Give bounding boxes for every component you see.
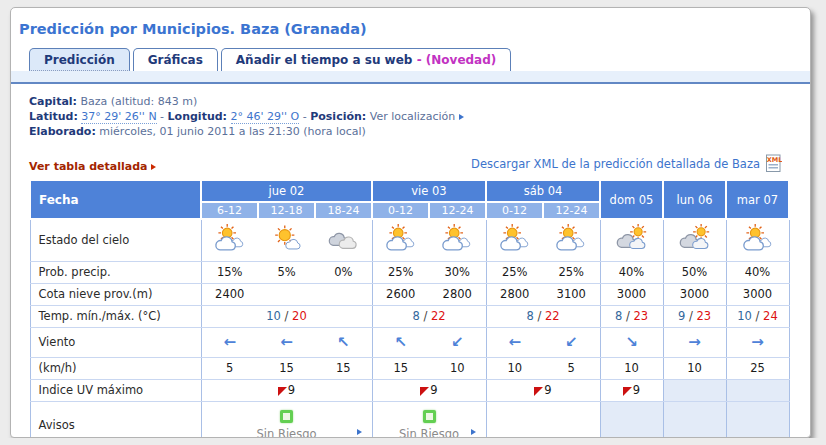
uv-cell: 9: [201, 379, 372, 401]
descargar-xml-link[interactable]: Descargar XML de la predicción detallada…: [471, 154, 782, 173]
fecha-header: Fecha: [30, 180, 201, 219]
aviso-cell: [726, 401, 789, 438]
coords-line: Latitud: 37° 29' 26'' N - Longitud: 2° 4…: [29, 109, 810, 124]
play-arrow-icon: [151, 164, 156, 170]
cota-cell: 2600: [372, 283, 429, 305]
day-header-dom-05: dom 05: [600, 180, 663, 219]
cota-cell: 3100: [543, 283, 600, 305]
cota-nieve-row: Cota nieve prov.(m)240026002800280031003…: [30, 283, 789, 305]
aviso-cell: [486, 401, 600, 438]
weather-icon-gray-clouds: [326, 224, 360, 253]
avisos-row-label: Avisos: [30, 401, 201, 438]
tab-anadir-tiempo-web[interactable]: Añadir el tiempo a su web - (Novedad): [221, 48, 511, 71]
sky-cell: [201, 219, 258, 261]
cota-cell: 3000: [726, 283, 789, 305]
day-header-jue-02: jue 02: [201, 180, 372, 202]
sky-cell: [726, 219, 789, 261]
weather-icon-sun-clouds: [741, 224, 775, 253]
wind-direction-arrow-icon: ↙: [451, 333, 464, 351]
prob-cell: 50%: [663, 261, 726, 283]
uv-flag-icon: [420, 387, 429, 396]
elaborado-value: miércoles, 01 junio 2011 a las 21:30 (ho…: [99, 125, 366, 138]
temp-cell: 10 / 20: [201, 305, 372, 327]
longitude-link[interactable]: 2° 46' 29'' O: [231, 110, 300, 124]
prob-cell: 15%: [201, 261, 258, 283]
wind-cell: ←: [486, 327, 543, 357]
descargar-xml-label: Descargar XML de la predicción detallada…: [471, 157, 760, 171]
aviso-cell: Sin Riesgo: [201, 401, 372, 438]
sky-cell: [486, 219, 543, 261]
kmh-cell: 15: [258, 357, 315, 379]
prob-cell: 40%: [726, 261, 789, 283]
uv-value: 9: [633, 383, 640, 397]
day-header-sab-04: sáb 04: [486, 180, 600, 202]
ver-localizacion-link[interactable]: Ver localización: [370, 110, 455, 123]
sky-cell: [372, 219, 429, 261]
green-square-no-risk-icon: [423, 410, 436, 423]
forecast-tbody: Estado del cieloProb. precip.15%5%0%25%3…: [30, 219, 789, 438]
wind-direction-arrow-icon: ←: [223, 333, 236, 351]
elaborado-label: Elaborado:: [29, 125, 96, 138]
weather-icon-clouds-sun: [678, 224, 712, 253]
wind-direction-arrow-icon: ←: [508, 333, 521, 351]
kmh-cell: 10: [663, 357, 726, 379]
latitude-link[interactable]: 37° 29' 26'' N: [81, 110, 156, 124]
prob-row-label: Prob. precip.: [30, 261, 201, 283]
wind-direction-arrow-icon: →: [751, 333, 764, 351]
tab-bar: Predicción Gráficas Añadir el tiempo a s…: [11, 48, 810, 71]
cota-cell: 3000: [663, 283, 726, 305]
aviso-sin-riesgo-link[interactable]: Sin Riesgo: [375, 408, 484, 439]
cota-cell: 2800: [486, 283, 543, 305]
sky-cell: [258, 219, 315, 261]
weather-icon-sun-clouds: [498, 224, 532, 253]
day-header-vie-03: vie 03: [372, 180, 486, 202]
play-arrow-icon: [471, 429, 476, 435]
cota-cell: 2800: [429, 283, 486, 305]
temp-row-label: Temp. mín./máx. (°C): [30, 305, 201, 327]
tab-prediccion[interactable]: Predicción: [29, 48, 130, 71]
avisos-row: AvisosSin RiesgoSin Riesgo: [30, 401, 789, 438]
wind-cell: ↖: [372, 327, 429, 357]
temp-cell: 8 / 22: [486, 305, 600, 327]
content-window: Predicción por Municipios. Baza (Granada…: [10, 7, 811, 438]
period-header: 18-24: [315, 202, 372, 219]
uv-cell: 9: [486, 379, 600, 401]
ver-tabla-label: Ver tabla detallada: [29, 160, 147, 173]
wind-cell: →: [726, 327, 789, 357]
viento-row-label: Viento: [30, 327, 201, 357]
aviso-sin-riesgo-link[interactable]: Sin Riesgo: [204, 408, 370, 439]
weather-icon-sun-clouds: [384, 224, 418, 253]
prob-precip-row: Prob. precip.15%5%0%25%30%25%25%40%50%40…: [30, 261, 789, 283]
aviso-cell: Sin Riesgo: [372, 401, 486, 438]
period-header: 12-24: [543, 202, 600, 219]
prob-cell: 25%: [486, 261, 543, 283]
sky-cell: [663, 219, 726, 261]
cota-cell: 3000: [600, 283, 663, 305]
sky-cell: [429, 219, 486, 261]
sky-cell: [543, 219, 600, 261]
tab-underline-band: [11, 71, 810, 84]
prob-cell: 5%: [258, 261, 315, 283]
wind-cell: ↙: [429, 327, 486, 357]
uv-value: 9: [430, 383, 437, 397]
period-header: 0-12: [372, 202, 429, 219]
wind-cell: →: [663, 327, 726, 357]
day-header-row: Fecha jue 02 vie 03 sáb 04 dom 05 lun 06…: [30, 180, 789, 202]
kmh-cell: 25: [726, 357, 789, 379]
temp-max: 22: [545, 309, 560, 323]
day-header-lun-06: lun 06: [663, 180, 726, 219]
wind-direction-arrow-icon: →: [688, 333, 701, 351]
cota-cell: 2400: [201, 283, 258, 305]
prob-cell: 0%: [315, 261, 372, 283]
uv-flag-icon: [278, 387, 287, 396]
kmh-cell: 10: [486, 357, 543, 379]
uv-value: 9: [544, 383, 551, 397]
latitud-label: Latitud:: [29, 110, 78, 123]
estado-row-label: Estado del cielo: [30, 219, 201, 261]
prob-cell: 25%: [372, 261, 429, 283]
tab-graficas[interactable]: Gráficas: [133, 48, 218, 71]
ver-tabla-detallada-link[interactable]: Ver tabla detallada: [29, 160, 156, 173]
novedad-badge: - (Novedad): [417, 53, 497, 67]
temp-cell: 8 / 23: [600, 305, 663, 327]
temp-max: 20: [292, 309, 307, 323]
